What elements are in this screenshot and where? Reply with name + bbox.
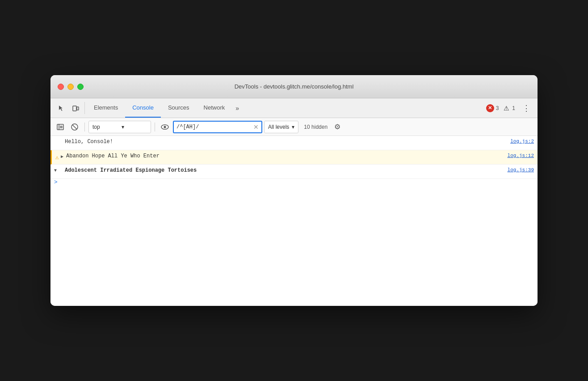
console-message-text: Adolescent Irradiated Espionage Tortoise…	[65, 167, 500, 174]
tab-network[interactable]: Network	[197, 98, 232, 118]
prompt-chevron: >	[54, 178, 58, 185]
inspect-element-button[interactable]	[54, 98, 68, 118]
svg-line-8	[72, 125, 77, 129]
console-toolbar: top ▾ ✕ All levels ▾ 10 hidden ⚙	[50, 118, 538, 136]
context-selector[interactable]: top ▾	[88, 121, 151, 133]
clear-filter-button[interactable]: ✕	[253, 123, 259, 131]
warning-icon: ⚠	[502, 104, 510, 112]
filter-input[interactable]	[176, 124, 253, 130]
console-source-link[interactable]: log.js:39	[508, 167, 534, 173]
console-source-link[interactable]: log.js:12	[508, 153, 534, 158]
console-message-text: Hello, Console!	[65, 139, 503, 145]
tab-separator	[84, 102, 85, 114]
console-row: ▼ Adolescent Irradiated Espionage Tortoi…	[50, 165, 538, 179]
clear-console-button[interactable]	[68, 121, 81, 133]
toolbar-separator-1	[84, 123, 85, 131]
tab-sources[interactable]: Sources	[161, 98, 197, 118]
toolbar-separator-2	[155, 123, 155, 131]
console-source-link[interactable]: log.js:2	[510, 139, 534, 144]
tabs-bar: Elements Console Sources Network » ✕ 3 ⚠…	[50, 98, 538, 118]
hidden-count: 10 hidden	[304, 124, 328, 130]
svg-rect-1	[77, 107, 79, 110]
traffic-lights	[58, 84, 84, 90]
minimize-button[interactable]	[67, 84, 74, 90]
error-badge: ✕ 3 ⚠ 1	[486, 104, 517, 112]
live-expressions-button[interactable]	[159, 121, 171, 133]
console-row: Hello, Console! log.js:2	[50, 136, 538, 150]
console-message-text: Abandon Hope All Ye Who Enter	[66, 153, 500, 159]
clear-icon	[71, 123, 78, 131]
warning-icon: ⚠	[55, 154, 59, 161]
collapse-button[interactable]: ▼	[54, 168, 57, 173]
console-settings-button[interactable]: ⚙	[331, 121, 344, 133]
close-button[interactable]	[58, 84, 64, 90]
svg-rect-0	[73, 106, 76, 111]
eye-icon	[161, 124, 169, 130]
devtools-menu-button[interactable]: ⋮	[519, 103, 534, 113]
devtools-window: DevTools - devtools.glitch.me/console/lo…	[50, 75, 538, 306]
console-row: ⚠ ▶ Abandon Hope All Ye Who Enter log.js…	[50, 150, 538, 165]
show-console-sidebar-button[interactable]	[54, 121, 67, 133]
device-toolbar-button[interactable]	[68, 98, 83, 118]
filter-input-wrap: ✕	[173, 121, 262, 133]
warning-count: 1	[512, 105, 515, 111]
sidebar-icon	[57, 124, 64, 130]
error-icon: ✕	[486, 104, 494, 112]
window-title: DevTools - devtools.glitch.me/console/lo…	[235, 83, 354, 90]
console-output: Hello, Console! log.js:2 ⚠ ▶ Abandon Hop…	[50, 136, 538, 306]
error-count: 3	[496, 105, 499, 111]
tab-elements[interactable]: Elements	[87, 98, 125, 118]
device-icon	[72, 105, 79, 112]
cursor-icon	[58, 105, 65, 112]
more-tabs-button[interactable]: »	[232, 98, 243, 118]
title-bar: DevTools - devtools.glitch.me/console/lo…	[50, 75, 538, 98]
tab-console[interactable]: Console	[125, 98, 161, 118]
log-levels-selector[interactable]: All levels ▾	[264, 121, 298, 133]
maximize-button[interactable]	[77, 84, 84, 90]
svg-point-10	[164, 126, 166, 128]
expand-button[interactable]: ▶	[61, 154, 63, 159]
console-prompt-row[interactable]: >	[50, 179, 538, 184]
tabs-right: ✕ 3 ⚠ 1 ⋮	[486, 98, 534, 118]
